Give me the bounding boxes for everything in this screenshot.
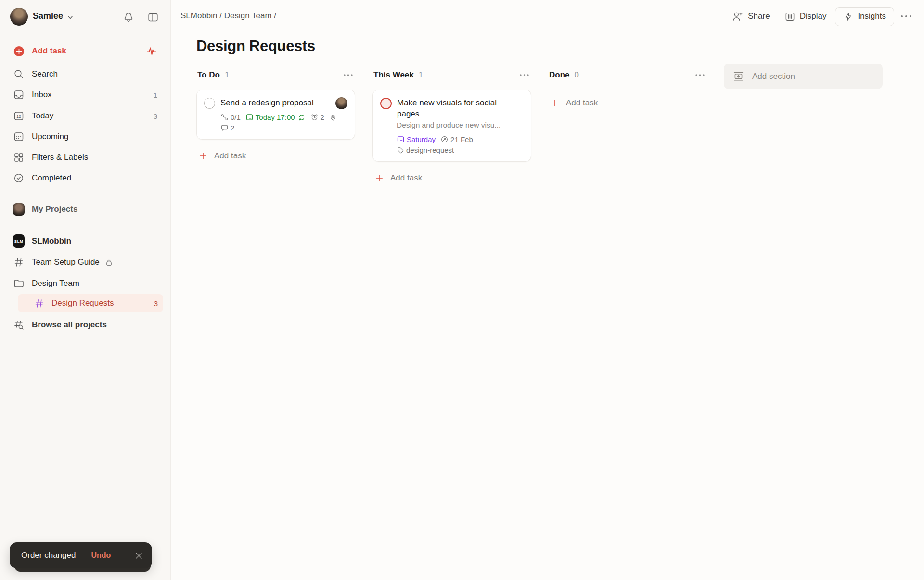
add-task-label: Add task [566,98,598,108]
sidebar-item-today[interactable]: 12 Today 3 [8,107,163,125]
column-menu-icon[interactable] [694,73,706,77]
plus-icon [198,151,208,161]
sidebar-item-filters-labels[interactable]: Filters & Labels [8,148,163,167]
lock-icon [105,258,113,267]
assignee-avatar [335,97,347,109]
inbox-count: 1 [154,91,157,99]
column-name: To Do [197,70,220,80]
chevron-down-icon[interactable] [66,13,74,21]
folder-label: Design Team [32,279,79,288]
sidebar-item-team-setup-guide[interactable]: Team Setup Guide [8,253,163,271]
sidebar-toggle-icon[interactable] [147,12,159,23]
sidebar-item-upcoming[interactable]: Upcoming [8,128,163,146]
column-count: 1 [419,70,423,80]
app-root: Samlee Add task Search [0,0,924,580]
sidebar-item-label: Inbox [32,90,52,100]
folder-design-team[interactable]: Design Team [8,274,163,293]
upcoming-calendar-icon [13,131,25,142]
task-description: Design and produce new visu... [397,120,524,130]
add-section-icon [732,70,744,82]
today-calendar-icon: 12 [13,110,25,122]
column-count: 1 [225,70,229,80]
inbox-icon [13,89,25,101]
sidebar: Samlee Add task Search [0,0,171,580]
workspace-logo: SLM [13,235,25,247]
workspace-slmobbin[interactable]: SLM SLMobbin [8,232,163,250]
task-label: design-request [397,146,454,154]
tag-icon [397,146,404,154]
column-header: Done 0 [548,69,707,81]
display-button[interactable]: Display [779,7,833,26]
add-task-label: Add task [390,173,422,183]
task-checkbox-priority1[interactable] [380,98,392,109]
location-pin-icon [329,114,337,121]
completed-check-icon [13,172,25,184]
deadline-indicator: 21 Feb [440,135,473,143]
page-title: Design Requests [196,38,315,55]
add-section-button[interactable]: Add section [724,64,883,89]
column-header: To Do 1 [196,69,355,81]
subtask-icon [220,113,229,121]
column-name: Done [549,70,570,80]
notifications-bell-icon[interactable] [123,12,134,23]
display-view-icon [784,11,796,22]
board-column-todo: To Do 1 Send a redesign proposal 0/1 Tod… [196,69,355,162]
sidebar-item-design-requests[interactable]: Design Requests 3 [18,294,163,312]
activity-pulse-icon[interactable] [146,45,157,57]
close-icon[interactable] [134,551,143,560]
workspace-name: SLMobbin [32,236,71,246]
alarm-clock-icon [310,113,319,121]
column-menu-icon[interactable] [518,73,530,77]
add-task-button-todo[interactable]: Add task [196,150,355,162]
column-count: 0 [575,70,579,80]
add-task-label: Add task [214,151,246,161]
undo-button[interactable]: Undo [91,551,111,560]
sidebar-item-completed[interactable]: Completed [8,169,163,187]
user-name[interactable]: Samlee [33,11,63,21]
insights-label: Insights [858,12,886,21]
task-checkbox[interactable] [204,98,215,109]
add-task-button-done[interactable]: Add task [548,97,707,109]
column-menu-icon[interactable] [342,73,354,77]
search-icon [13,68,25,80]
hash-icon-purple [34,297,44,309]
insights-button[interactable]: Insights [835,7,894,26]
toast-message: Order changed [21,551,76,560]
share-label: Share [748,12,770,21]
browse-all-projects[interactable]: Browse all projects [8,316,163,334]
calendar-icon [245,113,254,121]
sidebar-item-label: Completed [32,173,71,183]
share-person-plus-icon [732,11,744,23]
board-column-done: Done 0 Add task [548,69,707,109]
comments-indicator: 2 [220,124,234,132]
task-card-visuals[interactable]: Make new visuals for social pages Design… [372,90,531,162]
display-label: Display [800,12,827,21]
header-actions: Share Display Insights [726,6,915,26]
breadcrumb[interactable]: SLMobbin / Design Team / [180,11,276,21]
hash-icon [13,257,25,268]
sidebar-item-label: Search [32,69,58,79]
sidebar-item-label: Upcoming [32,132,69,142]
header-overflow-menu[interactable] [897,11,915,22]
project-label: Team Setup Guide [32,258,100,267]
add-task-button-this-week[interactable]: Add task [372,172,531,184]
share-button[interactable]: Share [726,7,775,26]
due-date: Saturday [397,135,436,143]
add-task-button[interactable]: Add task [8,42,163,60]
sidebar-item-search[interactable]: Search [8,65,163,83]
my-projects-avatar [13,204,25,215]
sidebar-item-label: Filters & Labels [32,153,88,162]
sidebar-item-inbox[interactable]: Inbox 1 [8,86,163,104]
selected-project-count: 3 [154,299,158,308]
column-header: This Week 1 [372,69,531,81]
bolt-icon [843,12,853,22]
task-card-redesign[interactable]: Send a redesign proposal 0/1 Today 17:00… [196,90,355,140]
column-name: This Week [373,70,414,80]
my-projects-header[interactable]: My Projects [8,200,163,219]
user-avatar[interactable] [10,8,28,26]
sidebar-item-label: Today [32,111,53,121]
location-indicator [329,114,337,121]
hash-search-icon [13,319,25,331]
add-task-label: Add task [32,46,66,56]
svg-text:12: 12 [16,114,21,119]
